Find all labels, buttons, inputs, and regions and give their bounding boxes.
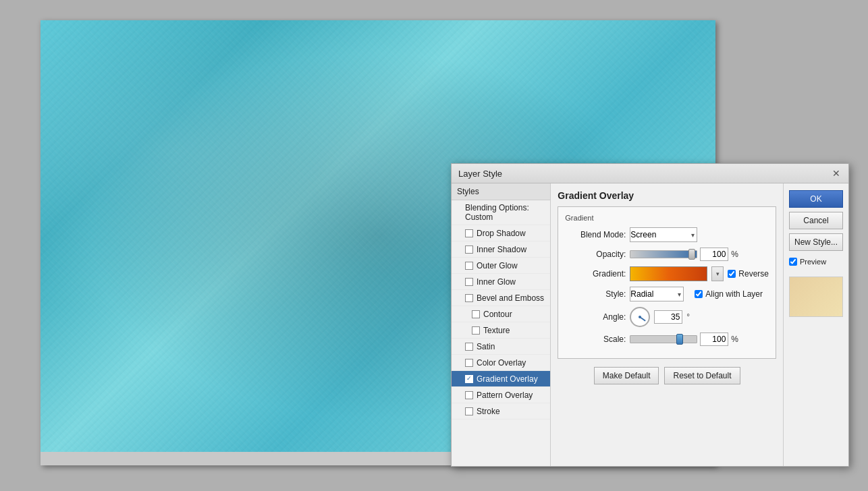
- bevel-emboss-checkbox[interactable]: [465, 294, 473, 302]
- blend-mode-dropdown-wrapper: Normal Dissolve Darken Multiply Color Bu…: [630, 227, 697, 242]
- reset-to-default-button[interactable]: Reset to Default: [664, 367, 740, 384]
- angle-input[interactable]: [654, 310, 682, 324]
- dialog-titlebar: Layer Style ✕: [452, 164, 848, 183]
- scale-label: Scale:: [565, 335, 626, 344]
- reverse-checkbox[interactable]: [728, 270, 736, 278]
- gradient-overlay-checkbox[interactable]: ✓: [465, 375, 473, 383]
- gradient-overlay-label: Gradient Overlay: [477, 374, 538, 384]
- blend-mode-row: Blend Mode: Normal Dissolve Darken Multi…: [565, 227, 769, 242]
- style-select[interactable]: Linear Radial Angle Reflected Diamond: [630, 287, 684, 301]
- styles-header[interactable]: Styles: [452, 183, 550, 200]
- style-row: Style: Linear Radial Angle Reflected Dia…: [565, 287, 769, 301]
- drop-shadow-label: Drop Shadow: [477, 229, 526, 238]
- drop-shadow-checkbox[interactable]: [465, 229, 473, 237]
- opacity-unit: %: [731, 250, 738, 259]
- inner-shadow-item[interactable]: Inner Shadow: [452, 241, 550, 258]
- blend-mode-label: Blend Mode:: [565, 230, 626, 239]
- inner-glow-label: Inner Glow: [477, 277, 516, 287]
- color-overlay-label: Color Overlay: [477, 358, 526, 368]
- angle-unit: °: [686, 312, 690, 322]
- cancel-button[interactable]: Cancel: [789, 212, 843, 229]
- satin-label: Satin: [477, 342, 495, 351]
- preview-checkbox[interactable]: [789, 258, 797, 266]
- opacity-input[interactable]: [700, 248, 728, 261]
- gradient-legend: Gradient: [565, 214, 769, 222]
- texture-item[interactable]: Texture: [452, 322, 550, 339]
- scale-slider-thumb[interactable]: [676, 334, 683, 345]
- gradient-dropdown-button[interactable]: ▾: [711, 266, 724, 281]
- angle-dial-dot: [639, 316, 641, 318]
- angle-dial[interactable]: [630, 307, 650, 327]
- texture-label: Texture: [483, 326, 510, 335]
- style-label: Style:: [565, 289, 626, 299]
- ok-button[interactable]: OK: [789, 190, 843, 208]
- blend-mode-select[interactable]: Normal Dissolve Darken Multiply Color Bu…: [630, 227, 697, 242]
- blending-options-label: Blending Options: Custom: [465, 203, 545, 222]
- align-layer-label[interactable]: Align with Layer: [695, 289, 763, 299]
- dialog-title: Layer Style: [458, 169, 502, 179]
- styles-panel: Styles Blending Options: Custom Drop Sha…: [452, 183, 551, 466]
- pattern-overlay-label: Pattern Overlay: [477, 391, 533, 400]
- gradient-controls: ▾ Reverse: [630, 266, 769, 281]
- gradient-overlay-item[interactable]: ✓ Gradient Overlay: [452, 371, 550, 387]
- outer-glow-item[interactable]: Outer Glow: [452, 258, 550, 274]
- satin-item[interactable]: Satin: [452, 339, 550, 355]
- scale-slider-track[interactable]: [630, 335, 697, 343]
- color-overlay-checkbox[interactable]: [465, 359, 473, 367]
- opacity-slider-container: %: [630, 248, 738, 261]
- opacity-row: Opacity: %: [565, 248, 769, 261]
- angle-label: Angle:: [565, 312, 626, 322]
- opacity-slider-track[interactable]: [630, 250, 697, 258]
- reverse-label: Reverse: [738, 269, 769, 279]
- section-title: Gradient Overlay: [558, 190, 776, 201]
- blending-options-item[interactable]: Blending Options: Custom: [452, 200, 550, 225]
- color-overlay-item[interactable]: Color Overlay: [452, 355, 550, 371]
- gradient-swatch-row: Gradient: ▾ Reverse: [565, 266, 769, 281]
- preview-thumbnail: [789, 277, 843, 317]
- bottom-buttons: Make Default Reset to Default: [558, 367, 776, 384]
- contour-checkbox[interactable]: [472, 310, 480, 318]
- angle-row: Angle: °: [565, 307, 769, 327]
- opacity-label: Opacity:: [565, 250, 626, 259]
- stroke-item[interactable]: Stroke: [452, 403, 550, 420]
- gradient-label: Gradient:: [565, 269, 626, 279]
- inner-glow-checkbox[interactable]: [465, 278, 473, 286]
- inner-shadow-label: Inner Shadow: [477, 245, 526, 254]
- layer-style-dialog: Layer Style ✕ Styles Blending Options: C…: [451, 163, 849, 467]
- gradient-swatch[interactable]: [630, 266, 707, 281]
- outer-glow-checkbox[interactable]: [465, 262, 473, 270]
- satin-checkbox[interactable]: [465, 343, 473, 351]
- right-buttons-panel: OK Cancel New Style... Preview: [783, 183, 848, 466]
- align-layer-text: Align with Layer: [705, 289, 763, 299]
- stroke-label: Stroke: [477, 407, 500, 416]
- contour-item[interactable]: Contour: [452, 306, 550, 322]
- align-layer-checkbox[interactable]: [695, 290, 703, 298]
- inner-shadow-checkbox[interactable]: [465, 246, 473, 254]
- texture-checkbox[interactable]: [472, 326, 480, 335]
- settings-panel: Gradient Overlay Gradient Blend Mode: No…: [551, 183, 783, 466]
- drop-shadow-item[interactable]: Drop Shadow: [452, 225, 550, 241]
- style-dropdown-wrapper: Linear Radial Angle Reflected Diamond: [630, 287, 684, 301]
- opacity-slider-thumb[interactable]: [688, 249, 695, 260]
- bevel-emboss-label: Bevel and Emboss: [477, 293, 544, 303]
- inner-glow-item[interactable]: Inner Glow: [452, 274, 550, 290]
- stroke-checkbox[interactable]: [465, 407, 473, 415]
- scale-slider-container: %: [630, 333, 738, 346]
- pattern-overlay-item[interactable]: Pattern Overlay: [452, 387, 550, 403]
- gradient-group: Gradient Blend Mode: Normal Dissolve Dar…: [558, 206, 776, 359]
- scale-unit: %: [731, 335, 738, 344]
- scale-row: Scale: %: [565, 333, 769, 346]
- dialog-body: Styles Blending Options: Custom Drop Sha…: [452, 183, 848, 466]
- make-default-button[interactable]: Make Default: [594, 367, 659, 384]
- outer-glow-label: Outer Glow: [477, 261, 518, 270]
- bevel-emboss-item[interactable]: Bevel and Emboss: [452, 290, 550, 306]
- reverse-checkbox-label[interactable]: Reverse: [728, 269, 769, 279]
- contour-label: Contour: [483, 310, 512, 319]
- preview-checkbox-label[interactable]: Preview: [789, 258, 843, 266]
- preview-text: Preview: [800, 258, 826, 266]
- close-button[interactable]: ✕: [831, 168, 842, 179]
- new-style-button[interactable]: New Style...: [789, 233, 843, 251]
- main-content: Gradient Overlay Gradient Blend Mode: No…: [551, 183, 783, 466]
- scale-input[interactable]: [700, 333, 728, 346]
- pattern-overlay-checkbox[interactable]: [465, 391, 473, 399]
